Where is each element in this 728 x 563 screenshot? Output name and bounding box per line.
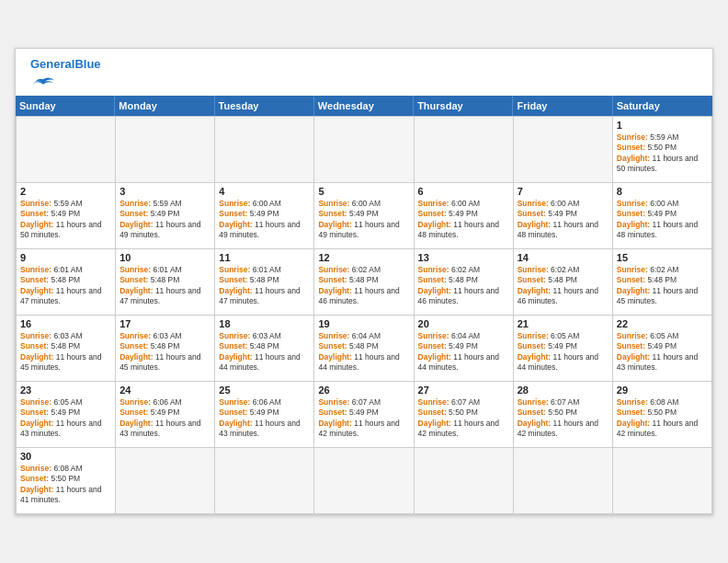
day-cell: 4Sunrise: 6:00 AMSunset: 5:49 PMDaylight…	[215, 183, 314, 249]
day-number: 6	[418, 186, 509, 197]
day-info: Sunrise: 6:00 AMSunset: 5:49 PMDaylight:…	[219, 199, 310, 241]
day-cell: 30Sunrise: 6:08 AMSunset: 5:50 PMDayligh…	[17, 448, 116, 514]
day-number: 25	[219, 385, 310, 396]
logo-bird-icon	[30, 74, 56, 90]
day-cell	[415, 117, 514, 183]
day-info: Sunrise: 6:06 AMSunset: 5:49 PMDaylight:…	[119, 397, 210, 440]
day-info: Sunrise: 5:59 AMSunset: 5:49 PMDaylight:…	[20, 199, 111, 241]
day-info: Sunrise: 5:59 AMSunset: 5:50 PMDaylight:…	[617, 132, 708, 175]
day-cell: 6Sunrise: 6:00 AMSunset: 5:49 PMDaylight…	[415, 183, 514, 249]
day-info: Sunrise: 6:02 AMSunset: 5:48 PMDaylight:…	[617, 265, 708, 307]
day-cell	[17, 117, 116, 183]
day-cell: 12Sunrise: 6:02 AMSunset: 5:48 PMDayligh…	[314, 249, 414, 316]
day-info: Sunrise: 6:00 AMSunset: 5:49 PMDaylight:…	[318, 199, 409, 241]
day-number: 2	[20, 186, 111, 197]
day-info: Sunrise: 6:02 AMSunset: 5:48 PMDaylight:…	[318, 265, 409, 307]
day-number: 26	[318, 385, 409, 396]
day-info: Sunrise: 6:03 AMSunset: 5:48 PMDaylight:…	[119, 331, 210, 373]
day-number: 11	[219, 252, 310, 263]
day-info: Sunrise: 6:04 AMSunset: 5:49 PMDaylight:…	[418, 331, 509, 373]
day-info: Sunrise: 6:04 AMSunset: 5:48 PMDaylight:…	[318, 331, 409, 373]
calendar-header: GeneralBlue	[16, 49, 712, 95]
day-cell: 26Sunrise: 6:07 AMSunset: 5:49 PMDayligh…	[314, 382, 414, 448]
day-cell	[116, 448, 215, 514]
day-number: 24	[119, 385, 210, 396]
day-cell: 16Sunrise: 6:03 AMSunset: 5:48 PMDayligh…	[17, 316, 116, 382]
day-info: Sunrise: 6:00 AMSunset: 5:49 PMDaylight:…	[518, 199, 609, 241]
day-info: Sunrise: 6:05 AMSunset: 5:49 PMDaylight:…	[518, 331, 609, 373]
day-header: Monday	[115, 96, 214, 116]
day-cell	[514, 448, 613, 514]
logo-area: GeneralBlue	[30, 58, 101, 89]
day-cell: 11Sunrise: 6:01 AMSunset: 5:48 PMDayligh…	[215, 249, 314, 316]
day-number: 14	[518, 252, 609, 263]
day-cell	[415, 448, 514, 514]
day-headers-row: SundayMondayTuesdayWednesdayThursdayFrid…	[16, 96, 712, 116]
day-number: 18	[219, 318, 310, 329]
day-number: 10	[119, 252, 210, 263]
day-number: 12	[318, 252, 409, 263]
day-number: 16	[20, 318, 111, 329]
day-info: Sunrise: 6:02 AMSunset: 5:48 PMDaylight:…	[418, 265, 509, 307]
day-number: 22	[617, 318, 708, 329]
day-header: Wednesday	[314, 96, 414, 116]
day-cell: 15Sunrise: 6:02 AMSunset: 5:48 PMDayligh…	[613, 249, 712, 316]
day-info: Sunrise: 6:05 AMSunset: 5:49 PMDaylight:…	[20, 397, 111, 440]
day-number: 29	[617, 385, 708, 396]
day-info: Sunrise: 6:06 AMSunset: 5:49 PMDaylight:…	[219, 397, 310, 440]
day-info: Sunrise: 6:01 AMSunset: 5:48 PMDaylight:…	[119, 265, 210, 307]
day-cell	[116, 117, 215, 183]
day-number: 23	[20, 385, 111, 396]
day-cell: 1Sunrise: 5:59 AMSunset: 5:50 PMDaylight…	[613, 117, 712, 183]
day-number: 9	[20, 252, 111, 263]
day-info: Sunrise: 6:07 AMSunset: 5:49 PMDaylight:…	[318, 397, 409, 440]
day-cell: 24Sunrise: 6:06 AMSunset: 5:49 PMDayligh…	[116, 382, 215, 448]
day-header: Saturday	[613, 96, 712, 116]
day-cell: 27Sunrise: 6:07 AMSunset: 5:50 PMDayligh…	[415, 382, 514, 448]
day-info: Sunrise: 6:08 AMSunset: 5:50 PMDaylight:…	[20, 464, 111, 506]
day-cell: 29Sunrise: 6:08 AMSunset: 5:50 PMDayligh…	[613, 382, 712, 448]
day-info: Sunrise: 6:00 AMSunset: 5:49 PMDaylight:…	[617, 199, 708, 241]
day-number: 27	[418, 385, 509, 396]
day-cell: 19Sunrise: 6:04 AMSunset: 5:48 PMDayligh…	[314, 316, 414, 382]
day-info: Sunrise: 5:59 AMSunset: 5:49 PMDaylight:…	[119, 199, 210, 241]
day-cell: 21Sunrise: 6:05 AMSunset: 5:49 PMDayligh…	[514, 316, 613, 382]
day-cell	[613, 448, 712, 514]
day-cell: 2Sunrise: 5:59 AMSunset: 5:49 PMDaylight…	[17, 183, 116, 249]
day-number: 7	[518, 186, 609, 197]
day-info: Sunrise: 6:00 AMSunset: 5:49 PMDaylight:…	[418, 199, 509, 241]
day-cell: 28Sunrise: 6:07 AMSunset: 5:50 PMDayligh…	[514, 382, 613, 448]
day-number: 28	[518, 385, 609, 396]
day-cell: 5Sunrise: 6:00 AMSunset: 5:49 PMDaylight…	[314, 183, 414, 249]
day-info: Sunrise: 6:03 AMSunset: 5:48 PMDaylight:…	[20, 331, 111, 373]
day-number: 1	[617, 120, 708, 131]
day-header: Thursday	[414, 96, 513, 116]
day-number: 5	[318, 186, 409, 197]
day-header: Friday	[513, 96, 612, 116]
day-number: 13	[418, 252, 509, 263]
day-number: 21	[518, 318, 609, 329]
day-cell: 14Sunrise: 6:02 AMSunset: 5:48 PMDayligh…	[514, 249, 613, 316]
calendar-grid: 1Sunrise: 5:59 AMSunset: 5:50 PMDaylight…	[16, 116, 712, 514]
day-number: 8	[617, 186, 708, 197]
day-number: 3	[119, 186, 210, 197]
day-cell: 9Sunrise: 6:01 AMSunset: 5:48 PMDaylight…	[17, 249, 116, 316]
day-cell: 25Sunrise: 6:06 AMSunset: 5:49 PMDayligh…	[215, 382, 314, 448]
day-number: 4	[219, 186, 310, 197]
day-cell	[514, 117, 613, 183]
logo-text: GeneralBlue	[30, 58, 101, 71]
day-cell: 17Sunrise: 6:03 AMSunset: 5:48 PMDayligh…	[116, 316, 215, 382]
day-cell: 20Sunrise: 6:04 AMSunset: 5:49 PMDayligh…	[415, 316, 514, 382]
day-header: Tuesday	[215, 96, 314, 116]
day-info: Sunrise: 6:01 AMSunset: 5:48 PMDaylight:…	[20, 265, 111, 307]
day-info: Sunrise: 6:05 AMSunset: 5:49 PMDaylight:…	[617, 331, 708, 373]
day-info: Sunrise: 6:08 AMSunset: 5:50 PMDaylight:…	[617, 397, 708, 440]
day-header: Sunday	[16, 96, 115, 116]
day-number: 30	[20, 451, 111, 462]
day-cell	[314, 448, 414, 514]
day-number: 15	[617, 252, 708, 263]
calendar-container: GeneralBlue SundayMondayTuesdayWednesday…	[15, 48, 713, 514]
day-number: 17	[119, 318, 210, 329]
day-cell: 7Sunrise: 6:00 AMSunset: 5:49 PMDaylight…	[514, 183, 613, 249]
day-info: Sunrise: 6:07 AMSunset: 5:50 PMDaylight:…	[518, 397, 609, 440]
